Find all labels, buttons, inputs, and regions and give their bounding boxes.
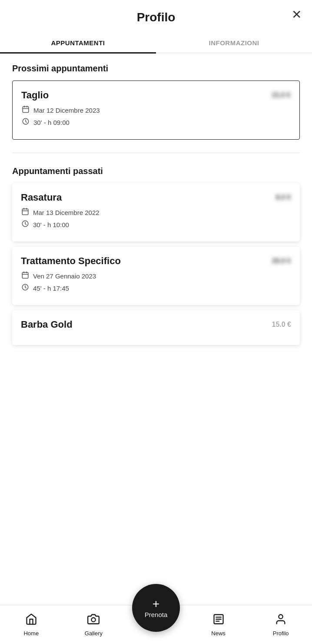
service-name: Trattamento Specifico (21, 255, 121, 267)
card-top-row: Barba Gold 15.0 € (21, 319, 291, 330)
svg-rect-5 (22, 209, 28, 215)
nav-gallery[interactable]: Gallery (63, 613, 125, 637)
date-text: Mar 12 Dicembre 2023 (33, 107, 100, 114)
time-text: 30' - h 09:00 (33, 119, 70, 126)
tabs-container: APPUNTAMENTI INFORMAZIONI (0, 33, 312, 53)
price-value: 28.0 € (272, 257, 291, 265)
news-icon (212, 613, 225, 628)
header: Profilo ✕ (0, 0, 312, 33)
past-appointment-card-2[interactable]: Trattamento Specifico 28.0 € Ven 27 Genn… (12, 247, 300, 305)
time-row: 30' - h 09:00 (21, 117, 291, 127)
home-icon (25, 613, 37, 628)
past-appointment-card-3[interactable]: Barba Gold 15.0 € (12, 310, 300, 345)
time-text: 45' - h 17:45 (33, 285, 69, 292)
calendar-icon (21, 208, 30, 217)
upcoming-section: Prossimi appuntamenti Taglio 15.0 € Mar … (12, 64, 300, 140)
card-top-row: Trattamento Specifico 28.0 € (21, 255, 291, 267)
service-name: Taglio (21, 90, 49, 101)
fab-plus-icon: + (153, 598, 159, 610)
fab-label: Prenota (145, 611, 168, 618)
date-text: Mar 13 Dicembre 2022 (33, 209, 100, 216)
price-value: 8.0 € (275, 194, 291, 201)
time-text: 30' - h 10:00 (33, 221, 69, 228)
nav-news[interactable]: News (187, 613, 250, 637)
prenota-fab[interactable]: + Prenota (132, 584, 180, 632)
page-title: Profilo (137, 10, 176, 24)
card-meta: Mar 13 Dicembre 2022 30' - h 10:00 (21, 208, 291, 229)
time-row: 30' - h 10:00 (21, 220, 291, 229)
card-meta: Ven 27 Gennaio 2023 45' - h 17:45 (21, 271, 291, 293)
tab-appuntamenti[interactable]: APPUNTAMENTI (0, 33, 156, 53)
nav-gallery-label: Gallery (85, 630, 103, 637)
upcoming-appointment-card[interactable]: Taglio 15.0 € Mar 12 Dicembre 2023 30' -… (12, 80, 300, 140)
calendar-icon (21, 105, 30, 115)
clock-icon (21, 283, 30, 293)
nav-home-label: Home (23, 630, 39, 637)
date-row: Ven 27 Gennaio 2023 (21, 271, 291, 281)
card-meta: Mar 12 Dicembre 2023 30' - h 09:00 (21, 105, 291, 127)
date-row: Mar 12 Dicembre 2023 (21, 105, 291, 115)
calendar-icon (21, 271, 30, 281)
svg-rect-0 (23, 107, 29, 113)
clock-icon (21, 117, 30, 127)
person-icon (275, 613, 287, 628)
content-area: Prossimi appuntamenti Taglio 15.0 € Mar … (0, 53, 312, 397)
date-row: Mar 13 Dicembre 2022 (21, 208, 291, 217)
camera-icon (87, 613, 100, 628)
clock-icon (21, 220, 30, 229)
past-appointment-card-1[interactable]: Rasatura 8.0 € Mar 13 Dicembre 2022 30' … (12, 183, 300, 242)
service-name: Barba Gold (21, 319, 73, 330)
nav-profilo-label: Profilo (273, 630, 289, 637)
nav-home[interactable]: Home (0, 613, 63, 637)
time-row: 45' - h 17:45 (21, 283, 291, 293)
nav-news-label: News (211, 630, 226, 637)
svg-rect-10 (22, 272, 28, 278)
svg-point-15 (92, 617, 96, 621)
nav-profilo[interactable]: Profilo (249, 613, 312, 637)
section-divider (12, 153, 300, 153)
price-value: 15.0 € (272, 91, 291, 99)
date-text: Ven 27 Gennaio 2023 (33, 272, 96, 280)
price-value: 15.0 € (272, 321, 291, 329)
svg-point-20 (279, 614, 283, 618)
tab-informazioni[interactable]: INFORMAZIONI (156, 33, 312, 53)
card-top-row: Taglio 15.0 € (21, 90, 291, 101)
upcoming-title: Prossimi appuntamenti (12, 64, 300, 74)
service-name: Rasatura (21, 192, 62, 203)
close-button[interactable]: ✕ (292, 9, 302, 21)
past-title: Appuntamenti passati (12, 166, 300, 176)
card-top-row: Rasatura 8.0 € (21, 192, 291, 203)
past-section: Appuntamenti passati Rasatura 8.0 € Mar … (12, 166, 300, 345)
